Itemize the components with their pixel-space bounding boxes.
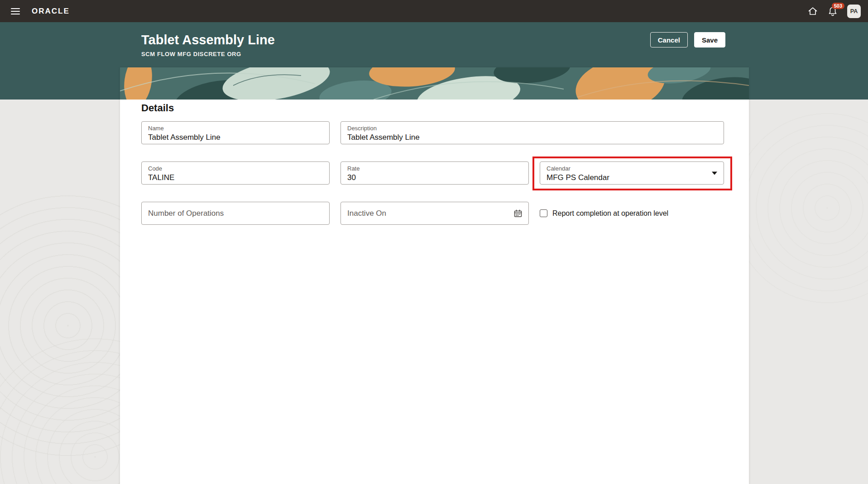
rate-field-value: 30 [347,172,522,183]
number-of-operations-placeholder: Number of Operations [148,209,224,218]
avatar[interactable]: PA [847,5,861,18]
report-completion-checkbox[interactable] [540,209,547,217]
code-field[interactable]: Code TALINE [141,161,330,185]
page-subtitle: SCM FLOW MFG DISCRETE ORG [141,51,275,57]
save-button[interactable]: Save [694,32,725,47]
number-of-operations-field[interactable]: Number of Operations [141,202,330,225]
description-field-label: Description [347,125,717,132]
name-field-value: Tablet Assembly Line [148,132,323,142]
calendar-field-highlight: Calendar MFG PS Calendar [540,161,724,185]
rate-field-label: Rate [347,165,522,172]
inactive-on-placeholder: Inactive On [347,209,386,218]
calendar-icon [513,209,523,218]
hamburger-menu-button[interactable] [8,5,23,17]
details-heading: Details [141,102,728,114]
chevron-down-icon [712,171,717,175]
code-field-value: TALINE [148,172,323,183]
home-button[interactable] [807,6,818,17]
date-picker-button[interactable] [513,209,523,218]
name-field-label: Name [148,125,323,132]
topbar: ORACLE 503 PA [0,0,868,22]
details-form: Name Tablet Assembly Line Description Ta… [141,121,728,225]
description-field-value: Tablet Assembly Line [347,132,717,142]
topbar-actions: 503 PA [807,5,861,18]
header-actions: Cancel Save [650,32,725,47]
banner-pattern [120,67,749,100]
notification-badge: 503 [832,3,844,9]
calendar-dropdown[interactable]: Calendar MFG PS Calendar [540,161,724,185]
content-card: Details Name Tablet Assembly Line Descri… [120,67,749,484]
page-header-titles: Tablet Assembly Line SCM FLOW MFG DISCRE… [141,32,275,57]
page-title: Tablet Assembly Line [141,32,275,47]
report-completion-checkbox-row[interactable]: Report completion at operation level [540,202,724,225]
calendar-field-value: MFG PS Calendar [547,172,717,183]
name-field[interactable]: Name Tablet Assembly Line [141,121,330,144]
avatar-initials: PA [850,8,858,14]
notifications-button[interactable]: 503 [827,6,838,17]
rate-field[interactable]: Rate 30 [340,161,529,185]
code-field-label: Code [148,165,323,172]
home-icon [807,6,818,17]
description-field[interactable]: Description Tablet Assembly Line [340,121,724,144]
calendar-field-label: Calendar [547,165,717,172]
inactive-on-field[interactable]: Inactive On [340,202,529,225]
cancel-button[interactable]: Cancel [650,32,688,47]
oracle-logo: ORACLE [32,7,70,16]
report-completion-label: Report completion at operation level [552,209,668,218]
